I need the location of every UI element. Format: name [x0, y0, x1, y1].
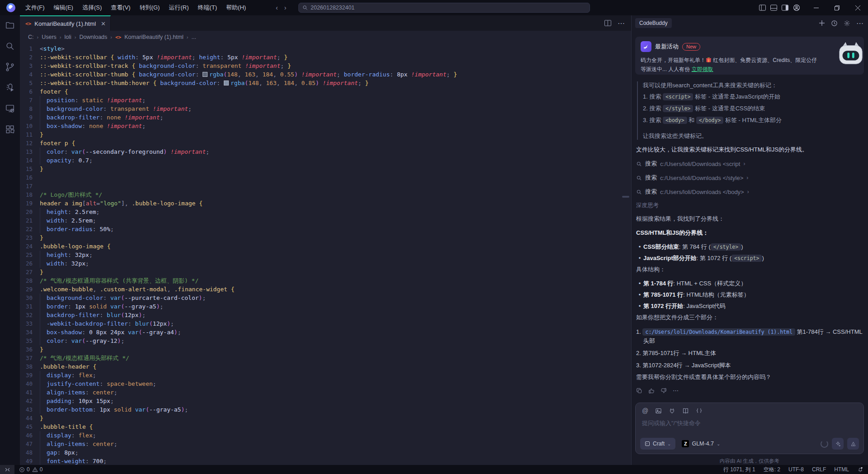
command-center-search[interactable]: 20260128232401	[298, 3, 590, 13]
breadcrumb-item[interactable]: KomariBeautify (1).html	[124, 34, 184, 40]
code-context-icon[interactable]	[696, 408, 703, 414]
mcp-plugin-icon[interactable]	[669, 408, 675, 414]
color-swatch	[224, 81, 229, 85]
activitybar-run-debug[interactable]	[5, 82, 15, 93]
statusbar-item[interactable]: HTML	[834, 466, 849, 473]
close-button[interactable]	[847, 0, 868, 15]
thumbs-down-icon[interactable]	[660, 388, 667, 394]
new-chat-icon[interactable]	[819, 20, 825, 26]
code-text: color: var(--secondary-foreground) !impo…	[40, 147, 209, 156]
breadcrumb-item[interactable]: Downloads	[79, 34, 107, 40]
search-icon	[636, 175, 642, 181]
tool-search-row[interactable]: 搜索c:/Users/loli/Downloads <script›	[636, 160, 863, 168]
breadcrumb[interactable]: C:›Users›loli›Downloads›<>KomariBeautify…	[20, 31, 631, 43]
more-actions-icon[interactable]: ⋯	[618, 19, 625, 28]
errors-icon[interactable]: 0	[19, 466, 30, 473]
thumbs-up-icon[interactable]	[648, 388, 655, 394]
account-icon[interactable]	[793, 4, 800, 11]
code-text: width: 2.5rem;	[40, 216, 96, 225]
tool-search-row[interactable]: 搜索c:/Users/loli/Downloads </style>›	[636, 174, 863, 182]
statusbar-item[interactable]: UTF-8	[788, 466, 804, 473]
activitybar-extensions[interactable]	[5, 124, 15, 135]
knowledge-base-icon[interactable]	[682, 408, 689, 414]
code-line: 4::-webkit-scrollbar-thumb { background-…	[20, 70, 631, 79]
menu-item-G[interactable]: 转到(G)	[135, 2, 165, 14]
statusbar-item[interactable]: 空格: 2	[764, 466, 780, 474]
claim-link[interactable]: 立即领取	[692, 66, 713, 72]
model-selector[interactable]: Z GLM-4.7 ⌄	[682, 440, 720, 447]
mode-selector[interactable]: Craft ⌄	[640, 438, 675, 450]
toggle-primary-sidebar-icon[interactable]	[759, 5, 766, 11]
code-line: 31border: 1px solid var(--gray-a5);	[20, 302, 631, 311]
more-actions-icon[interactable]: ⋯	[673, 387, 679, 394]
chevron-right-icon: ›	[746, 175, 748, 181]
codebuddy-tab[interactable]: CodeBuddy	[635, 18, 672, 28]
activitybar-search[interactable]	[5, 41, 15, 52]
line-number: 35	[20, 337, 40, 345]
minimize-button[interactable]	[806, 0, 826, 15]
breadcrumb-item[interactable]: Users	[42, 34, 57, 40]
history-nav: ‹ ›	[276, 0, 286, 15]
file-path-chip[interactable]: c:/Users/loli/Downloads/KomariBeautify (…	[642, 328, 795, 336]
activitybar-remote-explorer[interactable]	[5, 103, 15, 114]
bullet-content: 第 1-784 行: HTML + CSS（样式定义）	[643, 280, 746, 288]
menu-item-S[interactable]: 选择(S)	[78, 2, 106, 14]
menu-item-F[interactable]: 文件(F)	[21, 2, 49, 14]
code-line: 1<style>	[20, 44, 631, 53]
activitybar-source-control[interactable]	[5, 62, 15, 72]
editor-scrollbar-thumb[interactable]	[622, 196, 629, 198]
activitybar-explorer[interactable]	[5, 20, 15, 31]
tab-close-icon[interactable]: ✕	[101, 20, 106, 27]
breadcrumb-item[interactable]: C:	[28, 34, 34, 40]
promo-banner[interactable]: 最新活动 New 码力全开，开箱新年礼单！ 红包封面、免费云资源、Credits…	[635, 37, 864, 75]
code-text: }	[40, 233, 43, 242]
mention-icon[interactable]: @	[642, 407, 648, 414]
settings-gear-icon[interactable]	[844, 20, 850, 27]
split-editor-icon[interactable]	[604, 20, 611, 26]
line-number: 36	[20, 345, 40, 354]
menu-item-E[interactable]: 编辑(E)	[49, 2, 78, 14]
search-icon	[302, 5, 308, 10]
toggle-secondary-sidebar-icon[interactable]	[782, 5, 788, 11]
warnings-icon[interactable]: 0	[32, 466, 43, 473]
chat-input-box[interactable]: @ 提问或输入"/"快捷命令 Craft ⌄ Z GLM-4.7 ⌄	[635, 403, 864, 454]
toggle-panel-icon[interactable]	[770, 5, 777, 11]
color-swatch	[203, 72, 208, 77]
breadcrumb-item[interactable]: ...	[192, 34, 196, 40]
enhance-prompt-button[interactable]	[832, 438, 844, 450]
line-number: 31	[20, 302, 40, 311]
menu-item-H[interactable]: 帮助(H)	[222, 2, 250, 14]
notifications-bell-icon[interactable]	[857, 466, 863, 473]
titlebar: 文件(F)编辑(E)选择(S)查看(V)转到(G)运行(R)终端(T)帮助(H)…	[0, 0, 868, 15]
history-icon[interactable]	[831, 20, 838, 27]
back-icon[interactable]: ‹	[276, 4, 278, 11]
deep-thinking-label[interactable]: 深度思考	[636, 202, 863, 209]
breadcrumb-item[interactable]: loli	[65, 34, 71, 40]
statusbar-item[interactable]: CRLF	[812, 466, 826, 473]
remote-indicator[interactable]	[0, 465, 14, 474]
html-file-icon: <>	[25, 21, 31, 27]
statusbar-item[interactable]: 行 1071, 列 1	[723, 466, 755, 474]
send-button[interactable]	[847, 438, 859, 450]
restore-button[interactable]	[826, 0, 847, 15]
tool-search-row[interactable]: 搜索c:/Users/loli/Downloads </body>›	[636, 188, 863, 196]
code-line: 45.bubble-title {	[20, 422, 631, 431]
code-text: .welcome-bubble, .custom-alert-modal, .f…	[40, 285, 235, 294]
panel-more-icon[interactable]: ⋯	[856, 19, 863, 28]
code-text: /* Logo/图片样式 */	[40, 190, 102, 199]
line-number: 8	[20, 104, 40, 113]
code-line: 11}	[20, 130, 631, 139]
tab-komaribeautify[interactable]: <> KomariBeautify (1).html ✕	[20, 15, 111, 31]
copy-icon[interactable]	[636, 388, 642, 394]
chevron-down-icon: ⌄	[717, 441, 720, 446]
code-area[interactable]: 1<style>2::-webkit-scrollbar { width: 5p…	[20, 43, 631, 465]
code-line: 48gap: 8px;	[20, 448, 631, 457]
menu-item-T[interactable]: 终端(T)	[193, 2, 222, 14]
code-line: 27}	[20, 268, 631, 276]
forward-icon[interactable]: ›	[284, 4, 287, 11]
menu-item-V[interactable]: 查看(V)	[106, 2, 135, 14]
code-line: 21width: 2.5rem;	[20, 216, 631, 225]
code-text: border: 1px solid var(--gray-a5);	[40, 302, 163, 311]
image-attach-icon[interactable]	[655, 408, 662, 414]
menu-item-R[interactable]: 运行(R)	[164, 2, 193, 14]
